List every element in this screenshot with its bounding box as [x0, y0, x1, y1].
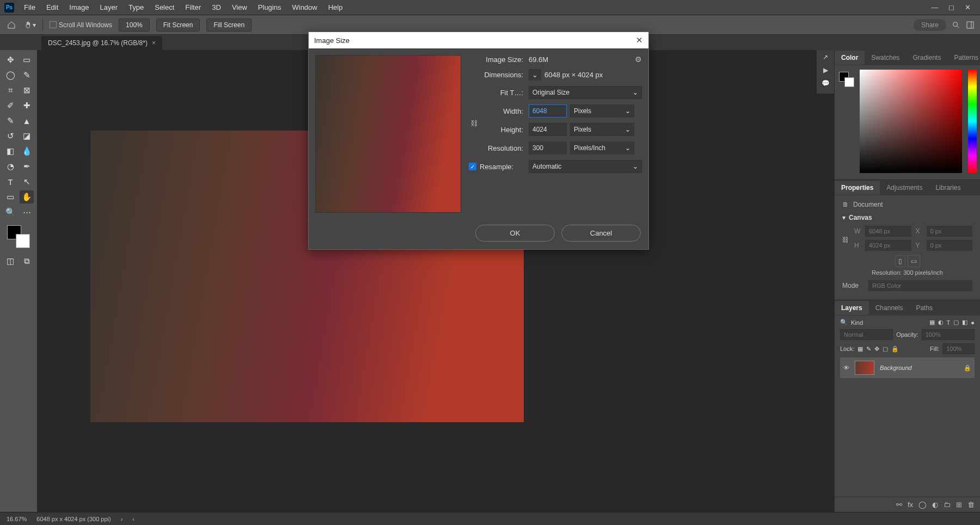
shape-tool[interactable]: ▭	[3, 190, 17, 203]
dialog-close-button[interactable]: ✕	[636, 35, 643, 45]
move-tool[interactable]: ✥	[3, 53, 17, 66]
dimensions-dropdown[interactable]: ⌄	[529, 69, 541, 81]
lock-pixels-icon[interactable]: ✎	[866, 345, 871, 353]
menu-view[interactable]: View	[228, 1, 252, 14]
home-button[interactable]	[5, 19, 17, 31]
status-chevron[interactable]: ‹	[132, 516, 134, 522]
dialog-titlebar[interactable]: Image Size ✕	[309, 32, 648, 48]
canvas-width-field[interactable]: 6048 px	[865, 226, 911, 237]
width-unit-select[interactable]: Pixels⌄	[570, 104, 634, 118]
menu-layer[interactable]: Layer	[96, 1, 122, 14]
layer-filter-kind[interactable]: Kind	[851, 319, 863, 326]
color-swatches[interactable]	[7, 225, 30, 248]
filter-toggle-icon[interactable]: ●	[971, 319, 975, 326]
gear-icon[interactable]: ⚙	[635, 55, 642, 64]
orientation-landscape-button[interactable]: ▭	[908, 255, 920, 267]
height-input[interactable]	[529, 123, 567, 136]
share-button[interactable]: Share	[914, 19, 946, 31]
layer-style-button[interactable]: fx	[908, 501, 913, 509]
resample-select[interactable]: Automatic⌄	[529, 160, 642, 173]
more-tools[interactable]: ⋯	[20, 206, 34, 219]
screen-mode-button[interactable]: ⧉	[20, 255, 34, 268]
lock-transparency-icon[interactable]: ▦	[857, 345, 863, 353]
rail-icon-1[interactable]: ↗	[823, 53, 828, 61]
canvas-disclosure[interactable]: ▾ Canvas	[842, 214, 972, 221]
healing-tool[interactable]: ✚	[20, 99, 34, 112]
scroll-all-checkbox[interactable]: Scroll All Windows	[50, 21, 112, 29]
eraser-tool[interactable]: ◪	[20, 129, 34, 143]
eyedropper-tool[interactable]: ✐	[3, 99, 17, 112]
menu-file[interactable]: File	[20, 1, 40, 14]
hue-slider[interactable]	[968, 70, 977, 173]
resolution-unit-select[interactable]: Pixels/Inch⌄	[570, 141, 634, 155]
fit-to-select[interactable]: Original Size⌄	[529, 86, 642, 99]
saturation-brightness-picker[interactable]	[860, 70, 962, 173]
crop-tool[interactable]: ⌗	[3, 84, 17, 97]
minimize-button[interactable]: —	[930, 4, 940, 11]
tab-adjustments[interactable]: Adjustments	[880, 181, 929, 195]
maximize-button[interactable]: ◻	[946, 4, 956, 11]
constrain-proportions-icon[interactable]: ⛓	[469, 104, 479, 141]
close-button[interactable]: ✕	[963, 4, 972, 11]
dodge-tool[interactable]: ◔	[3, 160, 17, 173]
tab-patterns[interactable]: Patterns	[947, 51, 980, 65]
canvas-height-field[interactable]: 4024 px	[865, 240, 911, 251]
marquee-tool[interactable]: ▭	[20, 53, 34, 66]
quick-select-tool[interactable]: ✎	[20, 69, 34, 82]
layer-row-background[interactable]: 👁 Background 🔒	[840, 357, 975, 378]
tab-layers[interactable]: Layers	[835, 301, 869, 315]
history-brush-tool[interactable]: ↺	[3, 129, 17, 143]
lock-all-icon[interactable]: 🔒	[891, 345, 899, 353]
resolution-input[interactable]	[529, 141, 567, 155]
width-input[interactable]	[529, 104, 567, 118]
tab-color[interactable]: Color	[835, 51, 865, 65]
resample-checkbox[interactable]: ✓	[469, 163, 476, 170]
height-unit-select[interactable]: Pixels⌄	[570, 123, 634, 136]
visibility-icon[interactable]: 👁	[843, 365, 849, 371]
quick-mask-button[interactable]: ◫	[3, 255, 17, 268]
menu-3d[interactable]: 3D	[207, 1, 225, 14]
tab-paths[interactable]: Paths	[909, 301, 939, 315]
document-tab-close[interactable]: ×	[152, 39, 156, 47]
mode-select[interactable]: RGB Color	[868, 280, 972, 291]
layer-thumbnail[interactable]	[855, 361, 874, 375]
fit-screen-button[interactable]: Fit Screen	[156, 18, 200, 32]
fill-screen-button[interactable]: Fill Screen	[206, 18, 252, 32]
background-swatch[interactable]	[16, 234, 30, 248]
hand-tool[interactable]: ✋	[20, 190, 34, 203]
fill-field[interactable]: 100%	[942, 343, 975, 354]
menu-type[interactable]: Type	[124, 1, 148, 14]
zoom-tool[interactable]: 🔍	[3, 206, 17, 219]
adjustment-layer-button[interactable]: ◐	[932, 501, 938, 509]
lock-position-icon[interactable]: ✥	[874, 345, 879, 353]
menu-select[interactable]: Select	[150, 1, 179, 14]
blend-mode-select[interactable]: Normal	[840, 329, 893, 340]
type-tool[interactable]: T	[3, 175, 17, 188]
menu-edit[interactable]: Edit	[42, 1, 63, 14]
tab-gradients[interactable]: Gradients	[906, 51, 947, 65]
tab-properties[interactable]: Properties	[835, 181, 880, 195]
filter-pixel-icon[interactable]: ▦	[929, 319, 935, 326]
orientation-portrait-button[interactable]: ▯	[895, 255, 905, 267]
brush-tool[interactable]: ✎	[3, 114, 17, 127]
link-icon[interactable]: ⛓	[842, 226, 849, 254]
status-arrow[interactable]: ›	[121, 516, 123, 522]
menu-help[interactable]: Help	[324, 1, 347, 14]
stamp-tool[interactable]: ▲	[20, 114, 34, 127]
filter-adjust-icon[interactable]: ◐	[938, 319, 944, 326]
panel-swatches[interactable]	[839, 72, 854, 87]
cancel-button[interactable]: Cancel	[561, 225, 641, 242]
tool-preset-button[interactable]: ▾	[24, 19, 36, 31]
opacity-field[interactable]: 100%	[922, 329, 975, 340]
menu-image[interactable]: Image	[65, 1, 93, 14]
zoom-level[interactable]: 100%	[119, 18, 150, 32]
ok-button[interactable]: OK	[475, 225, 555, 242]
filter-smart-icon[interactable]: ◧	[962, 319, 967, 326]
pen-tool[interactable]: ✒	[20, 160, 34, 173]
tab-libraries[interactable]: Libraries	[929, 181, 967, 195]
filter-type-icon[interactable]: T	[947, 319, 951, 326]
new-group-button[interactable]: 🗀	[944, 501, 951, 509]
canvas-y-field[interactable]: 0 px	[927, 240, 973, 251]
link-layers-button[interactable]: ⚯	[896, 501, 902, 509]
tab-channels[interactable]: Channels	[869, 301, 910, 315]
